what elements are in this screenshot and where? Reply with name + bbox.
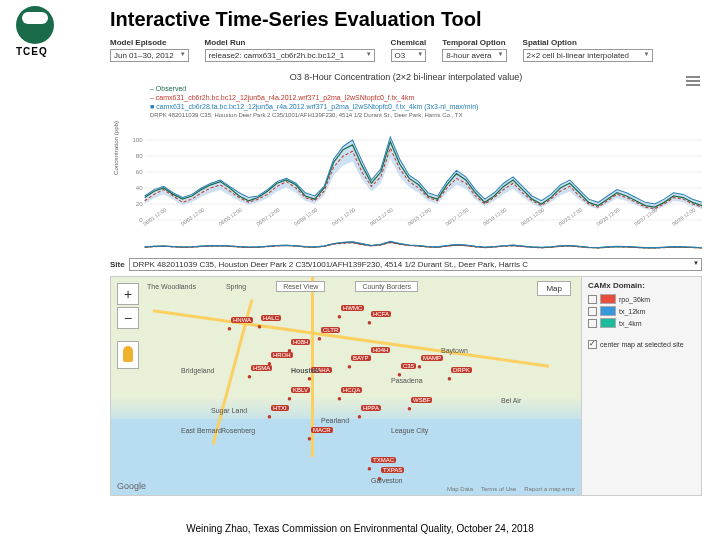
svg-text:06/17 12:00: 06/17 12:00 <box>444 206 470 226</box>
svg-text:06/19 12:00: 06/19 12:00 <box>482 206 508 226</box>
site-marker[interactable]: HALC <box>261 315 281 321</box>
page-title: Interactive Time-Series Evaluation Tool <box>110 8 482 31</box>
layer-tx4[interactable]: tx_4km <box>588 318 695 328</box>
site-marker[interactable]: MACR <box>311 427 333 433</box>
slide-footer: Weining Zhao, Texas Commission on Enviro… <box>0 523 720 534</box>
svg-text:06/09 12:00: 06/09 12:00 <box>293 206 319 226</box>
site-marker[interactable]: HWMC <box>341 305 364 311</box>
filter-controls: Model EpisodeJun 01–30, 2012 Model Runre… <box>110 38 704 62</box>
site-select[interactable]: DRPK 482011039 C35, Houston Deer Park 2 … <box>129 258 702 271</box>
svg-text:06/03 12:00: 06/03 12:00 <box>180 206 206 226</box>
google-logo: Google <box>117 481 146 491</box>
site-marker[interactable]: TXPAS <box>381 467 404 473</box>
site-marker[interactable]: HNWA <box>231 317 253 323</box>
svg-text:Concentration (ppb): Concentration (ppb) <box>112 121 119 175</box>
site-marker[interactable]: DRPK <box>451 367 472 373</box>
site-marker[interactable]: H08H <box>291 339 310 345</box>
map-footer: Map DataTerms of UseReport a map error <box>447 486 575 492</box>
svg-text:100: 100 <box>132 136 143 143</box>
temporal-select[interactable]: 8-hour avera <box>442 49 506 62</box>
site-marker[interactable]: H04H <box>371 347 390 353</box>
spatial-select[interactable]: 2×2 cell bi-linear interpolated <box>523 49 653 62</box>
center-map-checkbox[interactable]: center map at selected site <box>588 340 695 349</box>
svg-text:06/21 12:00: 06/21 12:00 <box>520 206 546 226</box>
site-marker[interactable]: MAMP <box>421 355 443 361</box>
site-marker[interactable]: HPPA <box>361 405 381 411</box>
layer-tx12[interactable]: tx_12km <box>588 306 695 316</box>
agency-logo: TCEQ <box>16 6 56 57</box>
site-marker[interactable]: TXMAC <box>371 457 396 463</box>
episode-select[interactable]: Jun 01–30, 2012 <box>110 49 189 62</box>
run-select[interactable]: release2: camx631_cb6r2h.bc.bc12_1 <box>205 49 375 62</box>
svg-text:40: 40 <box>136 184 143 191</box>
pegman-icon[interactable] <box>117 341 139 369</box>
svg-text:06/15 12:00: 06/15 12:00 <box>406 206 432 226</box>
logo-text: TCEQ <box>16 46 56 57</box>
chart-plot-area[interactable]: Concentration (ppb)02040608010006/01 12:… <box>110 120 702 230</box>
site-marker[interactable]: KBLV <box>291 387 310 393</box>
svg-text:06/23 12:00: 06/23 12:00 <box>557 206 583 226</box>
chart-navigator[interactable] <box>110 232 702 256</box>
site-selector-row: Site DRPK 482011039 C35, Houston Deer Pa… <box>110 258 702 271</box>
site-marker[interactable]: HCFA <box>371 311 391 317</box>
site-marker[interactable]: HCQA <box>341 387 362 393</box>
county-borders-button[interactable]: County Borders <box>355 281 418 292</box>
map[interactable]: + − The Woodlands Spring Reset View Coun… <box>110 276 702 496</box>
episode-label: Model Episode <box>110 38 189 47</box>
layer-rpo[interactable]: rpo_36km <box>588 294 695 304</box>
svg-text:06/05 12:00: 06/05 12:00 <box>217 206 243 226</box>
reset-view-button[interactable]: Reset View <box>276 281 325 292</box>
svg-text:80: 80 <box>136 152 143 159</box>
spatial-label: Spatial Option <box>523 38 653 47</box>
site-marker[interactable]: CLTR <box>321 327 340 333</box>
temporal-label: Temporal Option <box>442 38 506 47</box>
site-marker[interactable]: C35 <box>401 363 416 369</box>
zoom-in-button[interactable]: + <box>117 283 139 305</box>
svg-text:06/27 12:00: 06/27 12:00 <box>633 206 659 226</box>
chart-title: O3 8-Hour Concentration (2×2 bi-linear i… <box>110 72 702 82</box>
svg-text:06/13 12:00: 06/13 12:00 <box>369 206 395 226</box>
site-marker[interactable]: HSMA <box>251 365 272 371</box>
chemical-label: Chemical <box>391 38 427 47</box>
svg-text:20: 20 <box>136 200 143 207</box>
svg-text:06/07 12:00: 06/07 12:00 <box>255 206 281 226</box>
svg-text:06/29 12:00: 06/29 12:00 <box>671 206 697 226</box>
zoom-out-button[interactable]: − <box>117 307 139 329</box>
timeseries-chart: O3 8-Hour Concentration (2×2 bi-linear i… <box>110 72 702 252</box>
run-label: Model Run <box>205 38 375 47</box>
map-type-toggle[interactable]: Map <box>537 281 571 296</box>
site-label: Site <box>110 260 125 269</box>
svg-text:06/01 12:00: 06/01 12:00 <box>142 206 168 226</box>
site-marker[interactable]: HTXI <box>271 405 289 411</box>
svg-text:06/25 12:00: 06/25 12:00 <box>595 206 621 226</box>
camx-header: CAMx Domain: <box>588 281 695 290</box>
camx-domain-panel: CAMx Domain: rpo_36km tx_12km tx_4km cen… <box>581 277 701 495</box>
svg-text:06/11 12:00: 06/11 12:00 <box>331 206 357 226</box>
site-marker[interactable]: HROH <box>271 352 293 358</box>
site-marker[interactable]: WSBF <box>411 397 432 403</box>
chemical-select[interactable]: O3 <box>391 49 427 62</box>
chart-legend: – Observed – camx631_cb6r2h.bc.bc12_12ju… <box>150 84 702 120</box>
svg-text:60: 60 <box>136 168 143 175</box>
